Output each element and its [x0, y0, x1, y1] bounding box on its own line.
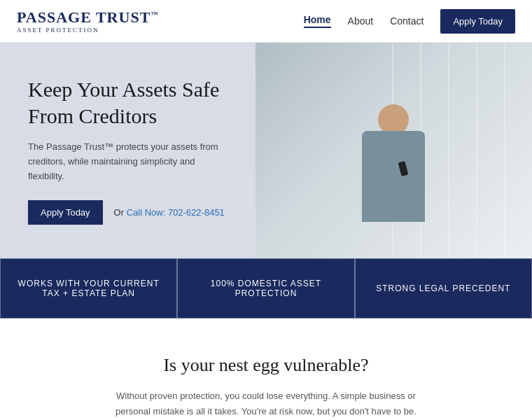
hero-call-text: Or Call Now: 702-622-8451 — [114, 207, 225, 218]
logo-text: Passage Trust — [17, 8, 150, 26]
nav-about[interactable]: About — [348, 15, 374, 27]
feature-label-1: Works With Your Current Tax + Estate Pla… — [15, 279, 162, 298]
hero-heading: Keep Your Assets Safe From Creditors — [28, 76, 233, 129]
main-nav: Home About Contact Apply Today — [304, 9, 515, 34]
hero-image-bg — [255, 43, 532, 258]
hero-image — [255, 43, 532, 258]
person-figure — [330, 104, 456, 258]
vulnerability-heading: Is your nest egg vulnerable? — [56, 355, 476, 376]
feature-item-2: 100% Domestic Asset Protection — [177, 258, 354, 318]
feature-strip: Works With Your Current Tax + Estate Pla… — [0, 258, 532, 318]
hero-section: Keep Your Assets Safe From Creditors The… — [0, 43, 532, 258]
hero-subtext: The Passage Trust™ protects your assets … — [28, 140, 233, 183]
hero-actions: Apply Today Or Call Now: 702-622-8451 — [28, 200, 233, 225]
logo-title: Passage Trust™ — [17, 8, 158, 27]
feature-label-2: 100% Domestic Asset Protection — [192, 279, 340, 298]
feature-item-3: Strong Legal Precedent — [355, 258, 532, 318]
hero-call-link[interactable]: Call Now: 702-622-8451 — [127, 207, 225, 218]
feature-item-1: Works With Your Current Tax + Estate Pla… — [0, 258, 177, 318]
nav-home[interactable]: Home — [304, 14, 331, 28]
call-prefix: Or — [114, 207, 127, 218]
logo-subtitle: Asset Protection — [17, 27, 158, 34]
feature-label-3: Strong Legal Precedent — [376, 284, 510, 293]
vulnerability-para: Without proven protection, you could los… — [98, 388, 434, 419]
nav-contact[interactable]: Contact — [390, 15, 424, 27]
site-header: Passage Trust™ Asset Protection Home Abo… — [0, 0, 532, 43]
hero-apply-button[interactable]: Apply Today — [28, 200, 103, 225]
hero-content: Keep Your Assets Safe From Creditors The… — [0, 43, 255, 258]
logo-trademark: ™ — [150, 10, 158, 18]
logo: Passage Trust™ Asset Protection — [17, 8, 158, 34]
person-phone — [398, 161, 409, 176]
nav-apply-button[interactable]: Apply Today — [440, 9, 515, 34]
person-body — [362, 131, 425, 222]
vulnerability-section: Is your nest egg vulnerable? Without pro… — [0, 318, 532, 420]
